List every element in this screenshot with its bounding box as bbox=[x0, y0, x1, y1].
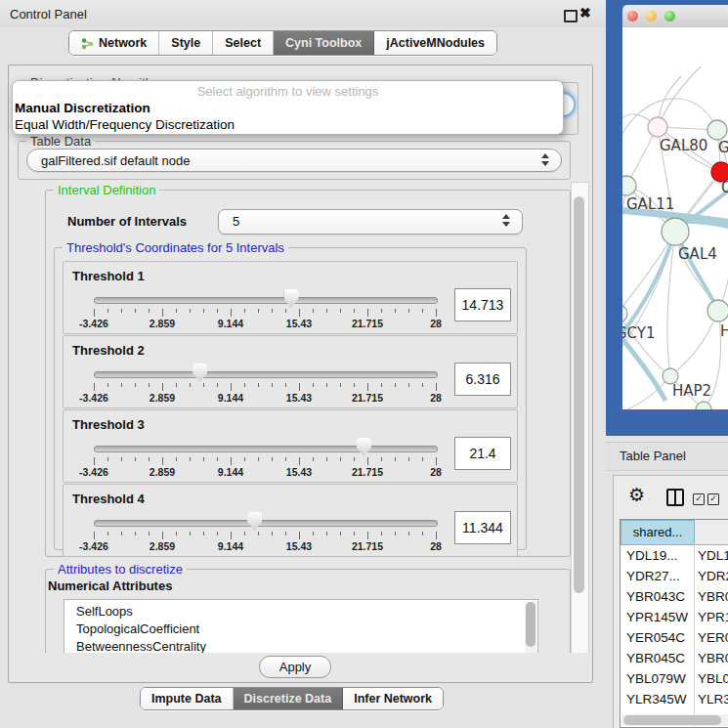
tick-mark bbox=[395, 309, 396, 313]
tick-mark bbox=[258, 383, 259, 387]
tick-mark bbox=[176, 457, 177, 461]
attributes-list-scrollbar[interactable] bbox=[525, 601, 536, 656]
network-edge[interactable] bbox=[658, 66, 701, 127]
bottom-tab-discretize-data[interactable]: Discretize Data bbox=[234, 688, 344, 709]
tick-mark bbox=[354, 383, 355, 387]
network-node-g[interactable] bbox=[707, 120, 727, 140]
network-node[interactable] bbox=[696, 402, 711, 409]
table-row[interactable]: YBR043CYBR0 bbox=[621, 586, 728, 607]
tick-mark bbox=[381, 309, 382, 313]
network-edge[interactable] bbox=[670, 311, 718, 376]
tick-mark bbox=[190, 309, 191, 313]
tick-mark bbox=[162, 383, 163, 391]
tick-mark bbox=[258, 309, 259, 313]
tick-mark bbox=[299, 532, 300, 539]
tick-mark bbox=[149, 309, 150, 313]
tab-network[interactable]: Network bbox=[69, 31, 159, 55]
threshold-label: Threshold 1 bbox=[72, 269, 145, 283]
threshold-slider-handle[interactable] bbox=[193, 364, 207, 382]
table-row[interactable]: YBR045CYBR0 bbox=[621, 648, 728, 668]
algorithm-popup-item[interactable]: Manual Discretization bbox=[15, 101, 150, 115]
tick-mark bbox=[231, 309, 232, 317]
table-row[interactable]: YLR345WYLR3 bbox=[621, 689, 728, 709]
table-row[interactable]: YPR145WYPR1 bbox=[621, 607, 728, 627]
threshold-value-field[interactable]: 14.713 bbox=[454, 288, 511, 321]
tick-mark bbox=[381, 383, 382, 387]
close-icon[interactable]: ✖ bbox=[579, 5, 591, 21]
network-node-gal11[interactable] bbox=[622, 176, 636, 195]
table-horizontal-scrollbar[interactable] bbox=[621, 714, 728, 726]
threshold-slider-track[interactable] bbox=[94, 520, 438, 527]
tab-style[interactable]: Style bbox=[159, 31, 213, 55]
close-traffic-light-icon[interactable] bbox=[627, 11, 638, 21]
table-header-shared[interactable]: shared... bbox=[621, 520, 695, 545]
threshold-slider-handle[interactable] bbox=[284, 289, 299, 308]
threshold-value-field[interactable]: 6.316 bbox=[454, 363, 511, 396]
bottom-tab-infer-network[interactable]: Infer Network bbox=[343, 688, 443, 709]
threshold-slider-track[interactable] bbox=[94, 297, 438, 304]
threshold-row: Threshold 2-3.4262.8599.14415.4321.71528… bbox=[63, 335, 518, 408]
network-window-titlebar[interactable] bbox=[622, 5, 728, 28]
tick-mark bbox=[354, 457, 355, 461]
tick-mark bbox=[272, 309, 273, 313]
gear-icon[interactable]: ⚙ bbox=[628, 484, 645, 506]
apply-button[interactable]: Apply bbox=[259, 656, 331, 678]
table-header-name[interactable]: n bbox=[694, 520, 728, 543]
tick-mark bbox=[162, 309, 163, 317]
columns-icon[interactable] bbox=[666, 489, 684, 506]
float-window-icon[interactable] bbox=[564, 10, 578, 22]
attribute-list-item[interactable]: TopologicalCoefficient bbox=[64, 621, 537, 638]
checkbox-icon[interactable]: ✓ bbox=[693, 493, 705, 505]
number-of-intervals-spinner[interactable]: 5 bbox=[218, 209, 523, 235]
network-view-window: GAL80GCGAL11GAL4HGCY1HAP2 bbox=[606, 0, 728, 436]
panel-scrollbar[interactable] bbox=[571, 182, 589, 676]
checkbox-icon[interactable]: ✓ bbox=[707, 493, 719, 505]
thresholds-coordinates-title: Threshold's Coordinates for 5 Intervals bbox=[63, 240, 288, 255]
tab-select[interactable]: Select bbox=[213, 31, 274, 55]
threshold-slider-handle[interactable] bbox=[357, 438, 371, 456]
threshold-slider-track[interactable] bbox=[94, 371, 438, 378]
tick-label: 9.144 bbox=[218, 392, 243, 404]
zoom-traffic-light-icon[interactable] bbox=[664, 11, 675, 21]
tab-label: Cyni Toolbox bbox=[285, 36, 362, 50]
table-row[interactable]: YDL19...YDL1 bbox=[621, 545, 728, 566]
network-node-gal4[interactable] bbox=[662, 218, 689, 245]
algorithm-popup-item[interactable]: Equal Width/Frequency Discretization bbox=[15, 117, 235, 132]
network-edge[interactable] bbox=[622, 232, 675, 317]
tick-mark bbox=[272, 457, 273, 461]
tab-jactivemnodules[interactable]: jActiveMNodules bbox=[374, 31, 496, 55]
threshold-slider-handle[interactable] bbox=[247, 512, 262, 531]
table-row[interactable]: YER054CYER0 bbox=[621, 627, 728, 648]
tick-mark bbox=[285, 532, 286, 535]
minimize-traffic-light-icon[interactable] bbox=[646, 11, 657, 21]
threshold-row: Threshold 1-3.4262.8599.14415.4321.71528… bbox=[63, 261, 518, 334]
table-panel-title: Table Panel bbox=[620, 449, 686, 463]
network-node-gal80[interactable] bbox=[648, 117, 667, 137]
threshold-value-field[interactable]: 11.344 bbox=[454, 511, 511, 544]
tick-mark bbox=[217, 383, 218, 387]
numerical-attributes-list[interactable]: SelfLoopsTopologicalCoefficientBetweenne… bbox=[64, 599, 538, 658]
panel-scrollbar-thumb[interactable] bbox=[574, 196, 584, 593]
tab-cyni-toolbox[interactable]: Cyni Toolbox bbox=[274, 31, 374, 55]
tick-label: 21.715 bbox=[352, 318, 383, 329]
node-attribute-table[interactable]: shared... n YDL19...YDL1YDR27...YDR2YBR0… bbox=[620, 519, 728, 728]
tick-mark bbox=[326, 309, 327, 313]
table-cell-shared-name: YDR27... bbox=[626, 569, 680, 583]
threshold-value-field[interactable]: 21.4 bbox=[454, 437, 511, 470]
bottom-tab-impute-data[interactable]: Impute Data bbox=[141, 688, 234, 709]
network-node-h[interactable] bbox=[707, 300, 728, 321]
table-data-combo[interactable]: galFiltered.sif default node bbox=[26, 149, 562, 172]
network-node-gcy1[interactable] bbox=[622, 305, 627, 322]
tick-mark bbox=[408, 457, 409, 461]
tick-mark bbox=[299, 309, 300, 317]
tick-mark bbox=[244, 532, 245, 535]
tab-label: Network bbox=[99, 36, 147, 50]
apply-strip: Apply bbox=[9, 653, 590, 680]
network-canvas[interactable]: GAL80GCGAL11GAL4HGCY1HAP2 bbox=[622, 27, 728, 409]
table-row[interactable]: YDR27...YDR2 bbox=[621, 566, 728, 586]
threshold-slider-track[interactable] bbox=[94, 446, 438, 452]
tick-mark bbox=[107, 457, 108, 461]
table-row[interactable]: YBL079WYBL0 bbox=[621, 668, 728, 689]
attribute-list-item[interactable]: SelfLoops bbox=[64, 603, 537, 621]
tick-label: 15.43 bbox=[286, 318, 312, 329]
